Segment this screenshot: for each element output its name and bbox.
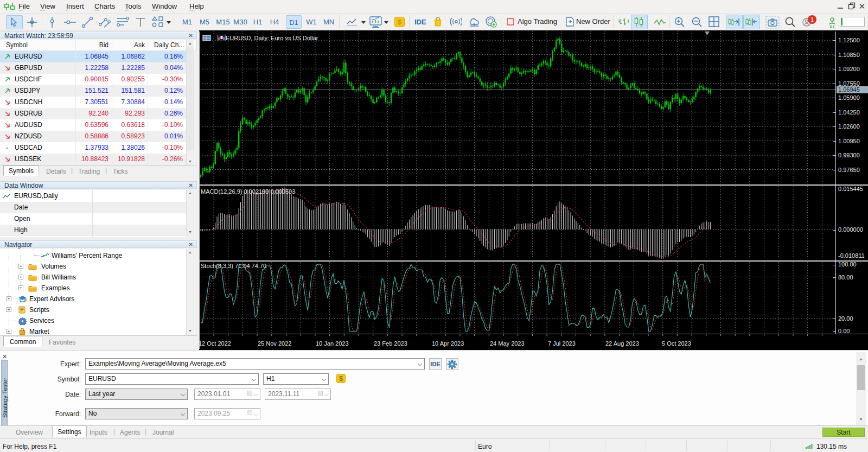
svg-text:1: 1	[810, 16, 814, 23]
svg-text:$: $	[398, 18, 402, 26]
